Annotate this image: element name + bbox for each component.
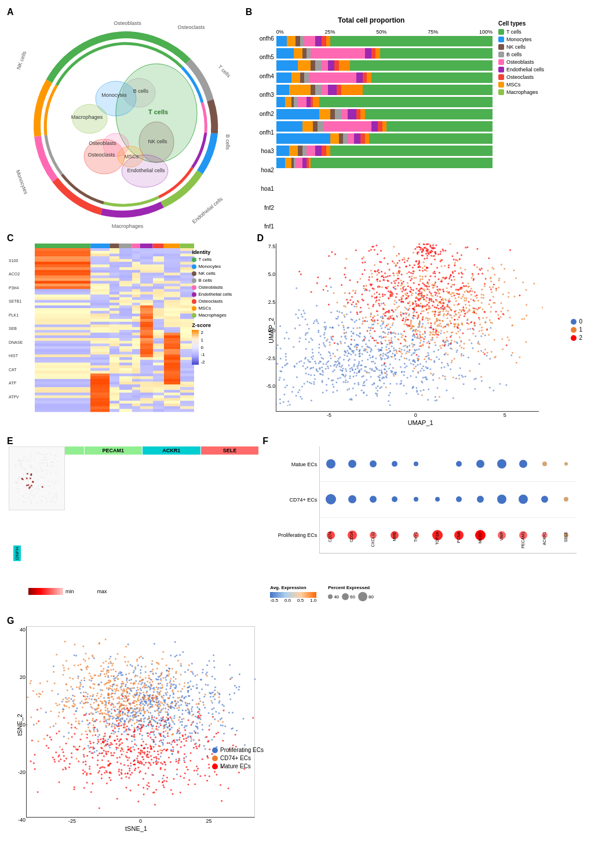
bar-segment xyxy=(276,85,289,95)
legend-item-bcells: B cells xyxy=(498,52,582,57)
bar-segment xyxy=(322,36,326,46)
c-legend-dot xyxy=(192,271,196,276)
dot-cell xyxy=(406,482,427,517)
legend-item-tcells: T cells xyxy=(498,29,582,35)
bar-segment xyxy=(311,48,364,59)
avg-expr-legend: Avg. Expression -0.5 0.0 0.5 1.0 xyxy=(270,585,316,603)
umap-legend-dot-2 xyxy=(571,335,577,341)
tsne-y-label: tSNE_2 xyxy=(16,714,23,736)
legend-item-endothelial: Endothelial cells xyxy=(498,67,582,72)
dot-y-label-mature: Matue ECs xyxy=(291,462,318,467)
bar-row xyxy=(276,48,493,59)
c-legend-text: Macrophages xyxy=(198,313,226,318)
bar-segment xyxy=(315,146,322,156)
bar-segment xyxy=(276,109,320,119)
legend-label: B cells xyxy=(506,52,522,57)
y-label: fnf2 xyxy=(264,205,274,211)
circular-plot: Monocytes Macrophages Osteoblasts Osteoc… xyxy=(12,14,232,223)
pct-dot-60 xyxy=(342,593,349,600)
dot-cell xyxy=(512,446,534,481)
svg-text:Osteoclasts: Osteoclasts xyxy=(87,152,115,158)
panel-e-label: E xyxy=(7,436,13,446)
dot-cell xyxy=(534,446,555,481)
bar-segment xyxy=(298,97,307,107)
avg-expr-mid: 0.0 xyxy=(284,598,291,603)
bar-segment xyxy=(315,85,322,95)
bar-segment xyxy=(302,121,313,132)
c-legend-macro: Macrophages xyxy=(192,313,250,318)
legend-color-osteoclasts xyxy=(498,74,504,80)
bar-segment xyxy=(356,72,363,83)
bar-row xyxy=(276,158,493,168)
dot xyxy=(326,494,336,504)
bar-segment xyxy=(276,121,302,132)
pct-expr-title: Percent Expressed xyxy=(328,585,374,590)
bar-segment xyxy=(324,121,371,132)
x-tick: 50% xyxy=(376,29,386,35)
dot-x-label: PCNA xyxy=(457,532,461,543)
legend-label: Osteoclasts xyxy=(506,74,534,80)
panel-c: C Identity T cells Monocytes xyxy=(6,232,256,429)
y-tick: 20 xyxy=(20,674,27,680)
tsne-legend-prolif: Proliferating ECs xyxy=(212,747,264,753)
c-legend-dot xyxy=(192,299,196,304)
svg-text:Endothelial cells: Endothelial cells xyxy=(191,196,224,225)
svg-text:MSCs: MSCs xyxy=(125,154,139,159)
panel-g-label: G xyxy=(7,616,14,626)
y-tick: 40 xyxy=(20,627,27,633)
y-tick: -40 xyxy=(18,817,27,823)
c-legend-dot xyxy=(192,285,196,290)
svg-text:Macrophages: Macrophages xyxy=(71,114,103,120)
bar-segment xyxy=(328,85,337,95)
bar-segment xyxy=(382,121,386,132)
feature-plots-row2 xyxy=(25,521,258,585)
bar-segment xyxy=(348,133,354,144)
bar-segment xyxy=(289,146,298,156)
bar-segment xyxy=(356,109,360,119)
bar-segment xyxy=(311,60,315,71)
tsne-label-prolif: Proliferating ECs xyxy=(220,747,264,753)
bar-segment xyxy=(276,72,291,83)
bar-segment xyxy=(343,133,347,144)
dot-cell xyxy=(320,446,341,481)
svg-text:B cells: B cells xyxy=(133,88,149,94)
row-label-text-onfh: ONFH xyxy=(13,546,21,561)
x-tick: -25 xyxy=(68,817,76,824)
dot-x-label: CXCL12 xyxy=(371,532,375,547)
bar-segment xyxy=(313,121,317,132)
avg-expr-mid2: 0.5 xyxy=(297,598,304,603)
bar-segment xyxy=(300,72,304,83)
dot-cell xyxy=(341,446,363,481)
colorbar-min: min xyxy=(65,589,74,594)
dot-cell xyxy=(491,446,512,481)
bar-segment xyxy=(307,146,315,156)
bar-segment xyxy=(296,36,300,46)
avg-expr-min: -0.5 xyxy=(270,598,278,603)
y-label: onfh3 xyxy=(260,92,274,98)
dot-cell xyxy=(384,482,406,517)
dot-cell xyxy=(320,482,341,517)
legend-color-monocytes xyxy=(498,37,504,42)
x-tick: 100% xyxy=(479,29,493,35)
dot xyxy=(414,497,418,502)
legend-title: Cell types xyxy=(498,20,582,27)
bar-segment xyxy=(276,158,285,168)
bar-segment xyxy=(322,60,328,71)
dot-cell xyxy=(384,446,406,481)
c-legend-dot xyxy=(192,292,196,297)
umap-canvas xyxy=(276,244,543,406)
bar-segment xyxy=(339,133,343,144)
bar-segment xyxy=(378,121,382,132)
legend-item-osteoclasts: Osteoclasts xyxy=(498,74,582,80)
bar-segment xyxy=(337,85,341,95)
dot-x-label: THY1 xyxy=(414,532,418,542)
umap-legend: 0 1 2 xyxy=(571,318,582,343)
c-legend-text: Monocytes xyxy=(198,264,221,269)
dot xyxy=(542,462,547,466)
dot xyxy=(497,495,506,504)
umap-x-label: UMAP_1 xyxy=(408,419,433,426)
legend-color-osteoblasts xyxy=(498,59,504,65)
c-legend-mscs: MSCs xyxy=(192,306,250,311)
bar-segment xyxy=(339,60,350,71)
umap-legend-label-1: 1 xyxy=(579,326,582,333)
